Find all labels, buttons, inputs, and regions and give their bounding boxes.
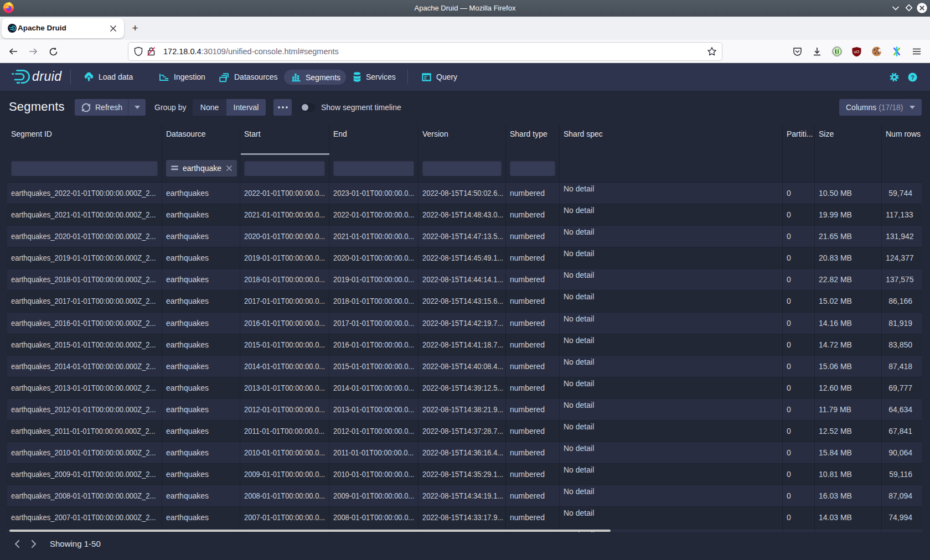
svg-text:?: ? xyxy=(911,74,914,80)
svg-text:uO: uO xyxy=(854,50,859,54)
